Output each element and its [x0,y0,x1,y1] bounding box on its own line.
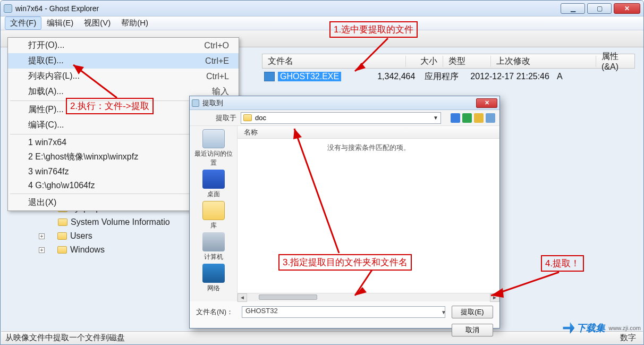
savein-combo[interactable]: doc ▼ [241,112,441,124]
horizontal-scrollbar[interactable]: ◄ ► [238,293,499,301]
place-computer[interactable]: 计算机 [193,232,234,262]
folder-icon [58,218,67,226]
cancel-button[interactable]: 取消 [452,324,493,336]
file-row[interactable]: GHOST32.EXE 1,342,464 应用程序 2012-12-17 21… [262,70,635,83]
savein-label: 提取于 [194,113,236,123]
scroll-thumb[interactable] [259,294,317,300]
dialog-file-list: 名称 没有与搜索条件匹配的项。 ◄ ► [238,126,499,301]
new-folder-icon[interactable] [474,113,484,123]
folder-icon [243,114,252,121]
tree-item-svi[interactable]: System Volume Informatio [39,215,170,229]
dialog-title: 提取到 [202,98,223,108]
file-attr-cell: A [557,72,563,81]
menu-edit[interactable]: 编辑(E) [41,16,79,30]
menu-list[interactable]: 列表内容(L)...Ctrl+L [8,69,239,84]
menu-view[interactable]: 视图(V) [79,16,116,30]
watermark-brand: 下载集 [577,322,605,334]
menu-help[interactable]: 帮助(H) [116,16,154,30]
minimize-button[interactable] [561,3,585,14]
menu-extract[interactable]: 提取(E)...Ctrl+E [8,53,239,69]
folder-icon [57,246,67,254]
close-button[interactable] [614,3,640,14]
desktop-icon [202,170,225,189]
expand-icon[interactable]: + [39,247,45,253]
annotation-4: 4.提取！ [541,255,584,272]
dialog-titlebar[interactable]: 提取到 [190,96,499,110]
dialog-toolbar: 提取于 doc ▼ [190,110,499,126]
tree-item-windows[interactable]: +Windows [39,243,170,257]
network-icon [202,264,225,283]
extract-dialog: 提取到 提取于 doc ▼ 最近访问的位置 桌面 库 计算机 网络 名称 没有与… [189,96,500,329]
app-icon [4,4,12,13]
place-network[interactable]: 网络 [193,264,234,293]
folder-icon [57,232,67,240]
savein-value: doc [255,114,266,122]
place-recent[interactable]: 最近访问的位置 [193,129,234,167]
main-titlebar[interactable]: win7x64 - Ghost Explorer [1,1,643,16]
menu-open[interactable]: 打开(O)...Ctrl+O [8,38,239,53]
watermark-logo-icon [563,322,574,334]
chevron-down-icon: ▼ [433,115,438,121]
file-modified-cell: 2012-12-17 21:25:46 [470,72,549,81]
file-name-cell[interactable]: GHOST32.EXE [278,72,341,81]
chevron-down-icon[interactable]: ▼ [441,309,446,315]
watermark-url: www.zji.com [608,325,641,331]
menu-file[interactable]: 文件(F) [5,16,41,30]
filename-label: 文件名(N)： [196,307,236,317]
maximize-button[interactable] [587,3,612,14]
place-desktop[interactable]: 桌面 [193,170,234,199]
exe-icon [264,72,275,81]
places-bar: 最近访问的位置 桌面 库 计算机 网络 [190,126,238,301]
views-icon[interactable] [486,113,495,123]
dialog-close-button[interactable] [476,98,497,108]
nav-back-icon[interactable] [451,113,460,123]
window-title: win7x64 - Ghost Explorer [15,4,561,13]
tree-item-users[interactable]: +Users [39,229,170,243]
recent-icon [202,129,225,148]
menubar: 文件(F) 编辑(E) 视图(V) 帮助(H) [1,16,643,30]
place-libraries[interactable]: 库 [193,201,234,230]
list-col-name[interactable]: 名称 [238,126,499,139]
annotation-3: 3.指定提取目的文件夹和文件名 [278,254,412,271]
annotation-2: 2.执行：文件->提取 [66,98,154,114]
file-type-cell: 应用程序 [425,71,459,82]
annotation-1: 1.选中要提取的文件 [329,21,418,38]
dialog-icon [192,99,199,107]
scroll-right-icon[interactable]: ► [490,293,499,302]
col-size[interactable]: 大小 [406,56,443,67]
scroll-left-icon[interactable]: ◄ [238,293,247,302]
col-attr[interactable]: 属性(&A) [596,51,634,72]
file-size-cell: 1,342,464 [377,72,415,81]
extract-button[interactable]: 提取(E) [452,306,493,318]
watermark: 下载集 www.zji.com [563,322,641,334]
status-text: 从映像文件中提取一个文件到磁盘 [5,333,125,343]
computer-icon [202,232,225,251]
col-name[interactable]: 文件名 [262,56,406,67]
col-modified[interactable]: 上次修改 [491,56,596,67]
col-type[interactable]: 类型 [443,56,491,67]
nav-up-icon[interactable] [462,113,472,123]
libraries-icon [202,201,225,220]
expand-icon[interactable]: + [39,233,45,239]
filename-input[interactable]: GHOST32 [242,306,445,318]
filelist-header: 文件名 大小 类型 上次修改 属性(&A) [262,54,635,69]
